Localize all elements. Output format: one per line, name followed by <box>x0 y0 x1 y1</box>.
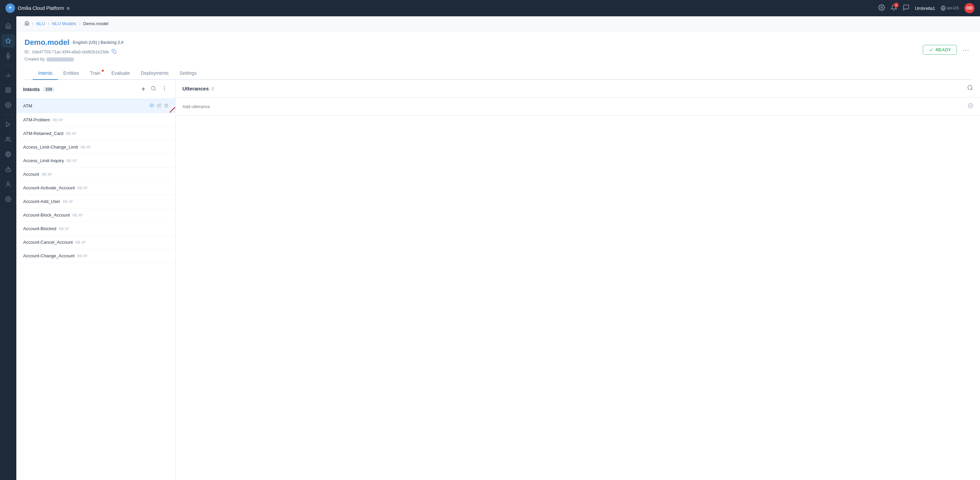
user-avatar[interactable]: OD <box>964 3 975 13</box>
breadcrumb-nlu-models[interactable]: NLU Models <box>52 21 76 26</box>
intent-item-account-cancel[interactable]: Account-Cancel_Account RB XP <box>16 236 175 249</box>
intent-name-account-blocked: Account-Blocked RB XP <box>23 226 169 231</box>
breadcrumb-nlu[interactable]: NLU <box>36 21 45 26</box>
svg-point-16 <box>6 137 8 139</box>
notification-badge: 1 <box>894 3 899 8</box>
intent-tag-atm-retained: RB XP <box>66 132 76 136</box>
intent-name-account-activate: Account-Activate_Account RB XP <box>23 185 169 190</box>
intent-name-account-cancel: Account-Cancel_Account RB XP <box>23 240 169 245</box>
eye-icon-atm[interactable] <box>150 103 154 109</box>
tabs: Intents Entities Train Evaluate Deployme… <box>24 67 972 80</box>
intent-item-account-activate[interactable]: Account-Activate_Account RB XP <box>16 181 175 195</box>
trademark: ® <box>67 6 70 11</box>
sidebar-user-icon[interactable] <box>2 177 15 191</box>
tab-intents[interactable]: Intents <box>33 67 58 80</box>
utterances-panel: Utterances 0 <box>176 80 980 480</box>
copy-id-icon[interactable] <box>111 49 116 55</box>
svg-rect-11 <box>9 88 11 89</box>
svg-rect-19 <box>6 169 11 172</box>
sidebar-robot-icon[interactable] <box>2 163 15 176</box>
sidebar-config-icon[interactable] <box>2 192 15 206</box>
utterances-search-button[interactable] <box>967 85 973 92</box>
intent-tag-access-change: RB XP <box>81 146 91 149</box>
messages-icon[interactable] <box>903 4 910 13</box>
train-tab-dot <box>102 70 104 72</box>
model-created-row: Created by: <box>24 57 124 62</box>
intent-item-account[interactable]: Account RB XP <box>16 168 175 181</box>
tab-train[interactable]: Train <box>84 67 106 80</box>
intents-more-button[interactable] <box>160 85 169 93</box>
sidebar-analytics-icon[interactable] <box>2 68 15 82</box>
sidebar-divider-1 <box>3 65 13 66</box>
search-intents-button[interactable] <box>150 85 158 93</box>
intent-item-atm-retained[interactable]: ATM-Retained_Card RB XP <box>16 127 175 140</box>
tab-deployments[interactable]: Deployments <box>135 67 174 80</box>
main-content: › NLU › NLU Models › Demo.model Demo.mod… <box>16 16 980 480</box>
intent-tag-account-blocked: RB XP <box>59 227 69 231</box>
svg-point-32 <box>151 105 153 106</box>
left-sidebar <box>0 16 16 480</box>
tab-settings[interactable]: Settings <box>174 67 202 80</box>
content-area: Intents 339 + <box>16 80 980 480</box>
utterance-input[interactable] <box>182 104 964 109</box>
edit-icon-atm[interactable] <box>157 103 161 109</box>
tab-evaluate[interactable]: Evaluate <box>106 67 135 80</box>
model-name: Demo.model English (US) | Banking 2.0 <box>24 38 124 47</box>
app-name: Omilia Cloud Platform <box>18 5 64 11</box>
intent-tag-account: RB XP <box>42 173 52 176</box>
intent-item-atm-problem[interactable]: ATM-Problem RB XP <box>16 113 175 127</box>
intent-name-account-add-user: Account-Add_User RB XP <box>23 199 169 204</box>
intent-tag-account-activate: RB XP <box>77 186 88 190</box>
sidebar-voice-icon[interactable] <box>2 49 15 63</box>
intent-tag-account-cancel: RB XP <box>76 241 86 244</box>
sidebar-deploy-icon[interactable] <box>2 117 15 131</box>
ready-button[interactable]: READY <box>923 45 957 55</box>
intent-tag-account-block: RB XP <box>73 214 83 217</box>
intent-list: ATM <box>16 99 175 480</box>
settings-nav-icon[interactable] <box>878 4 885 13</box>
svg-point-36 <box>970 105 971 106</box>
intent-item-account-add-user[interactable]: Account-Add_User RB XP <box>16 195 175 208</box>
delete-icon-atm[interactable] <box>164 103 169 109</box>
sidebar-settings-icon[interactable] <box>2 98 15 112</box>
intents-title: Intents <box>23 86 40 92</box>
language-label: en-US <box>947 6 959 11</box>
svg-point-0 <box>10 7 11 8</box>
intent-item-account-change[interactable]: Account-Change_Account RB XP <box>16 249 175 263</box>
sidebar-network-icon[interactable] <box>2 147 15 161</box>
model-more-button[interactable]: ⋯ <box>959 44 972 55</box>
utterances-header: Utterances 0 <box>176 80 980 98</box>
app-logo[interactable]: Omilia Cloud Platform® <box>5 3 70 13</box>
model-id-row: ID: b3e47703-71ac-45f4-a8a0-cbd62b1e23de <box>24 49 124 55</box>
svg-rect-26 <box>113 51 116 53</box>
svg-point-24 <box>7 182 9 184</box>
tab-entities[interactable]: Entities <box>58 67 84 80</box>
language-selector[interactable]: en-US <box>940 5 959 11</box>
intent-tag-account-change: RB XP <box>77 254 88 258</box>
intents-panel: Intents 339 + <box>16 80 176 480</box>
svg-line-28 <box>154 89 156 90</box>
notification-icon[interactable]: 1 <box>891 4 897 13</box>
svg-point-30 <box>164 88 164 89</box>
intent-item-access-inquiry[interactable]: Access_Limit-Inquiry RB XP <box>16 154 175 168</box>
intent-item-account-block[interactable]: Account-Block_Account RB XP <box>16 208 175 222</box>
sidebar-flows-icon[interactable] <box>2 83 15 97</box>
intent-name-account-change: Account-Change_Account RB XP <box>23 253 169 258</box>
utterances-title: Utterances <box>182 86 209 92</box>
add-intent-button[interactable]: + <box>140 85 147 94</box>
svg-point-29 <box>164 87 164 87</box>
intent-item-account-blocked[interactable]: Account-Blocked RB XP <box>16 222 175 236</box>
svg-point-31 <box>164 90 164 90</box>
sidebar-nlu-icon[interactable] <box>2 34 15 48</box>
model-title-row: Demo.model English (US) | Banking 2.0 ID… <box>24 38 972 62</box>
svg-rect-13 <box>6 91 8 92</box>
sidebar-team-icon[interactable] <box>2 133 15 146</box>
utterance-settings-icon[interactable] <box>968 103 973 110</box>
intent-item-access-change[interactable]: Access_Limit-Change_Limit RB XP <box>16 140 175 154</box>
intent-name-atm: ATM <box>23 103 150 108</box>
sidebar-home-icon[interactable] <box>2 19 15 33</box>
intent-item-atm[interactable]: ATM <box>16 99 175 113</box>
breadcrumb-sep-3: › <box>79 21 80 26</box>
breadcrumb-current: Demo.model <box>83 21 108 26</box>
breadcrumb-home[interactable] <box>24 21 29 27</box>
